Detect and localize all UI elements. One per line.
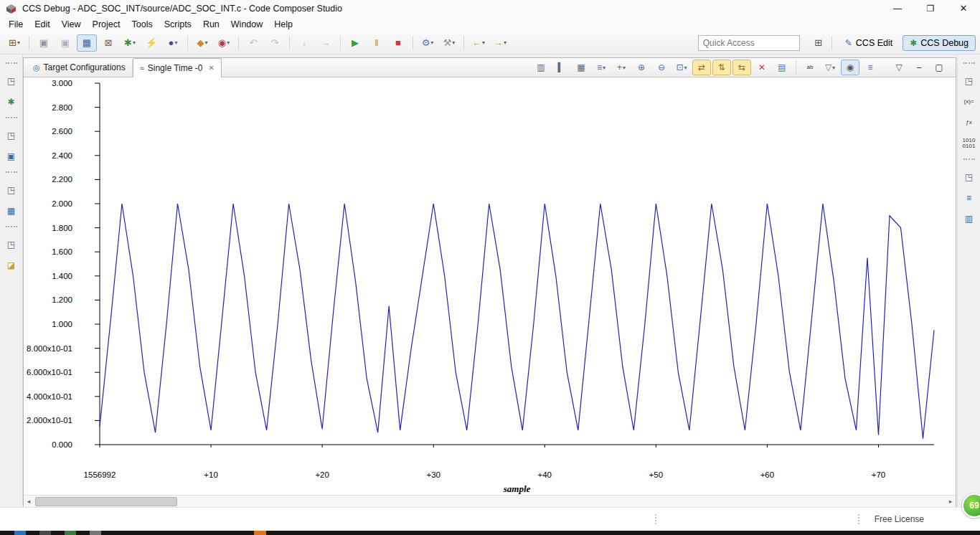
build-icon[interactable]: ⊠ bbox=[98, 34, 118, 52]
view-menu-icon[interactable]: ▽ bbox=[890, 60, 908, 75]
step-into-icon[interactable]: ↓ bbox=[294, 34, 314, 52]
suspend-icon[interactable]: ‖ bbox=[367, 34, 387, 52]
debug-icon[interactable]: ✱▾ bbox=[120, 34, 140, 52]
breakpoint-icon[interactable]: ●▾ bbox=[163, 34, 183, 52]
disassembly-view-icon[interactable]: ≡ bbox=[960, 190, 979, 206]
expressions-view-icon[interactable]: ƒx bbox=[960, 115, 979, 131]
scroll-left-icon[interactable]: ◂ bbox=[24, 498, 34, 505]
ccs-debug-perspective-button[interactable]: ✱ CCS Debug bbox=[903, 35, 976, 51]
menu-view[interactable]: View bbox=[56, 18, 87, 31]
menu-project[interactable]: Project bbox=[87, 18, 126, 31]
properties-icon[interactable]: ab bbox=[801, 60, 819, 75]
terminate-icon[interactable]: ■ bbox=[388, 34, 408, 52]
scroll-right-icon[interactable]: ▸ bbox=[946, 498, 956, 505]
grid-display-icon[interactable]: ▦ bbox=[572, 60, 590, 75]
new-target-configuration-icon[interactable]: ▦ bbox=[77, 34, 97, 52]
save-all-icon[interactable]: ▣ bbox=[55, 34, 75, 52]
restore-variables-pane-icon[interactable]: ◳ bbox=[960, 73, 979, 89]
separator bbox=[340, 36, 341, 50]
restore-console-pane-icon[interactable]: ◳ bbox=[2, 128, 21, 143]
table-view-icon[interactable]: ▦ bbox=[2, 203, 21, 219]
chevron-down-icon: ▾ bbox=[17, 39, 20, 46]
menu-help[interactable]: Help bbox=[268, 18, 298, 31]
registers-view-icon[interactable]: 1010 0101 bbox=[960, 136, 979, 151]
step-over-icon[interactable]: → bbox=[316, 34, 336, 52]
advanced-settings-icon[interactable]: ⚙▾ bbox=[418, 34, 438, 52]
legend-icon[interactable]: ≡ bbox=[861, 60, 880, 75]
taskbar-fragment bbox=[90, 531, 101, 535]
tab-single-time-0[interactable]: ≈ Single Time -0 ✕ bbox=[133, 58, 222, 78]
restore-table-pane-icon[interactable]: ◳ bbox=[2, 182, 21, 198]
restore-project-pane-icon[interactable]: ◳ bbox=[2, 237, 21, 252]
waveform-plot: 3.0002.8002.6002.4002.2002.0001.8001.600… bbox=[24, 77, 956, 495]
capture-icon[interactable]: ◉ bbox=[841, 60, 859, 75]
resume-icon[interactable]: ▶ bbox=[345, 34, 365, 52]
sort-icon[interactable]: ≡▾ bbox=[592, 60, 611, 75]
open-perspective-icon[interactable]: ⊞ bbox=[809, 34, 829, 52]
window-controls: — ❐ ✕ bbox=[881, 0, 980, 17]
vertical-markers-icon[interactable]: ▍ bbox=[552, 60, 570, 75]
tab-target-configurations[interactable]: ◎ Target Configurations bbox=[27, 59, 133, 77]
filter-icon[interactable]: ▽▾ bbox=[821, 60, 839, 75]
restore-memory-pane-icon[interactable]: ◳ bbox=[960, 169, 979, 185]
menu-file[interactable]: File bbox=[3, 18, 29, 31]
svg-text:+30: +30 bbox=[426, 470, 440, 479]
quick-access-input[interactable] bbox=[698, 35, 800, 51]
connect-icon[interactable]: ◉▾ bbox=[214, 34, 234, 52]
menu-tools[interactable]: Tools bbox=[126, 18, 158, 31]
minimize-button[interactable]: — bbox=[881, 0, 914, 17]
close-button[interactable]: ✕ bbox=[947, 0, 980, 17]
minimize-view-icon[interactable]: – bbox=[910, 60, 928, 75]
svg-text:sample: sample bbox=[503, 483, 531, 494]
statusbar-grip bbox=[858, 514, 862, 524]
restore-debug-pane-icon[interactable]: ◳ bbox=[2, 73, 21, 89]
tools-icon[interactable]: ⚒▾ bbox=[439, 34, 459, 52]
svg-text:+60: +60 bbox=[760, 470, 775, 479]
add-graph-icon[interactable]: +▾ bbox=[612, 60, 631, 75]
horizontal-scrollbar[interactable]: ◂ ▸ bbox=[24, 495, 956, 507]
zoom-in-icon[interactable]: ⊕ bbox=[632, 60, 651, 75]
ccs-edit-perspective-button[interactable]: ✎ CCS Edit bbox=[838, 35, 900, 51]
menu-scripts[interactable]: Scripts bbox=[159, 18, 197, 31]
statusbar: Free License bbox=[0, 507, 980, 531]
scrollbar-track[interactable] bbox=[34, 496, 946, 507]
paint-icon[interactable]: ◆▾ bbox=[192, 34, 212, 52]
scrollbar-thumb[interactable] bbox=[35, 497, 177, 506]
auto-scale-icon[interactable]: ⇆ bbox=[732, 60, 751, 75]
application-window: CCS Debug - ADC_SOC_INT/source/ADC_SOC_I… bbox=[0, 0, 980, 535]
maximize-button[interactable]: ❐ bbox=[914, 0, 947, 17]
save-icon[interactable]: ▣ bbox=[34, 34, 54, 52]
close-tab-icon[interactable]: ✕ bbox=[208, 64, 214, 72]
menu-run[interactable]: Run bbox=[197, 18, 225, 31]
svg-text:1.800: 1.800 bbox=[52, 224, 72, 232]
dual-display-icon[interactable]: ▥ bbox=[532, 60, 550, 75]
flash-icon[interactable]: ⚡ bbox=[141, 34, 161, 52]
svg-text:1.600: 1.600 bbox=[52, 247, 72, 256]
app-icon bbox=[6, 4, 17, 14]
memory-view-icon[interactable]: ▥ bbox=[960, 211, 979, 227]
separator bbox=[796, 60, 796, 75]
maximize-view-icon[interactable]: ▢ bbox=[930, 60, 948, 75]
zoom-region-icon[interactable]: ⊡▾ bbox=[672, 60, 691, 75]
project-explorer-view-icon[interactable]: ◪ bbox=[2, 257, 21, 273]
back-icon[interactable]: ←▾ bbox=[468, 34, 489, 52]
toolbar-icons: ⊞▾▣▣▦⊠✱▾⚡●▾◆▾◉▾↶↷↓→▶‖■⚙▾⚒▾←▾→▾ bbox=[4, 34, 510, 52]
scroll-horizontal-icon[interactable]: ⇄ bbox=[692, 60, 711, 75]
console-view-icon[interactable]: ▣ bbox=[2, 148, 21, 164]
chart-canvas: 3.0002.8002.6002.4002.2002.0001.8001.600… bbox=[24, 77, 956, 495]
menu-window[interactable]: Window bbox=[225, 18, 268, 31]
scroll-vertical-icon[interactable]: ⇅ bbox=[712, 60, 731, 75]
forward-icon[interactable]: →▾ bbox=[490, 34, 510, 52]
menu-edit[interactable]: Edit bbox=[29, 18, 56, 31]
zoom-out-icon[interactable]: ⊖ bbox=[652, 60, 671, 75]
chevron-down-icon: ▾ bbox=[603, 65, 606, 71]
step-return-icon[interactable]: ↷ bbox=[265, 34, 285, 52]
svg-text:+40: +40 bbox=[538, 470, 552, 479]
reset-graph-icon[interactable]: ✕ bbox=[753, 60, 771, 75]
export-data-icon[interactable]: ▤ bbox=[773, 60, 791, 75]
new-wizard-icon[interactable]: ⊞▾ bbox=[4, 34, 24, 52]
variables-view-icon[interactable]: (x)= bbox=[960, 94, 979, 110]
restart-icon[interactable]: ↶ bbox=[243, 34, 263, 52]
debug-view-icon[interactable]: ✱ bbox=[2, 94, 21, 110]
drag-grip bbox=[6, 62, 17, 66]
